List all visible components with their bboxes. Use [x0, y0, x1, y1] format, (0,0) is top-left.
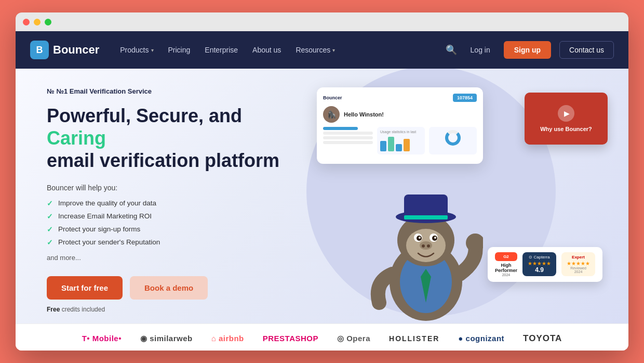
cta-buttons: Start for free Book a demo — [47, 276, 286, 300]
login-button[interactable]: Log in — [465, 43, 495, 57]
dashboard-bars — [380, 136, 422, 151]
g2-badge: G2 High Performer 2024 — [495, 252, 517, 277]
logo-text: Bouncer — [53, 43, 99, 57]
video-title: Why use Bouncer? — [540, 126, 592, 132]
page-content: B Bouncer Products ▾ Pricing Enterprise … — [16, 31, 628, 351]
svg-rect-15 — [404, 195, 448, 218]
logo-icon: B — [30, 41, 49, 59]
svg-point-12 — [422, 244, 425, 248]
nav-item-enterprise[interactable]: Enterprise — [198, 42, 244, 58]
and-more-text: and more... — [47, 254, 286, 262]
dash-nav-item-2 — [323, 136, 373, 139]
capterra-badge: ⊙ Capterra ★★★★★ 4.9 — [522, 252, 556, 276]
expert-stars: ★★★★★ — [567, 261, 590, 266]
hero-badge: №№1 Email Verification Service — [47, 87, 286, 95]
nav-item-products[interactable]: Products ▾ — [114, 42, 159, 58]
hero-section: №№1 Email Verification Service Powerful,… — [16, 69, 628, 351]
title-highlight: Caring — [47, 127, 106, 149]
bar-3 — [396, 144, 402, 151]
bar-2 — [388, 137, 394, 151]
logo-toyota: TOYOTA — [523, 333, 562, 344]
expert-badge: Expert ★★★★★ Reviewed 2024 — [561, 252, 595, 276]
play-button[interactable]: ▶ — [558, 105, 574, 122]
capterra-stars: ★★★★★ — [528, 261, 551, 266]
logos-section: T• Mobile• ◉ similarweb ⌂ airbnb PRESTAS… — [16, 323, 628, 351]
play-icon: ▶ — [564, 109, 570, 118]
free-credits-text: Free credits included — [47, 306, 286, 313]
navbar: B Bouncer Products ▾ Pricing Enterprise … — [16, 31, 628, 69]
chevron-down-icon-2: ▾ — [332, 47, 335, 53]
svg-point-13 — [427, 244, 430, 248]
feature-list: ✓ Improve the quality of your data ✓ Inc… — [47, 199, 286, 247]
book-demo-button[interactable]: Book a demo — [130, 276, 208, 300]
dashboard-donut-chart — [445, 130, 461, 146]
check-icon-3: ✓ — [47, 225, 53, 234]
hero-left: №№1 Email Verification Service Powerful,… — [47, 87, 286, 313]
minimize-button[interactable] — [34, 19, 41, 25]
title-part1: Powerful, Secure, and — [47, 105, 242, 126]
maximize-button[interactable] — [45, 19, 51, 25]
browser-chrome — [16, 12, 628, 31]
logos-row-1: T• Mobile• ◉ similarweb ⌂ airbnb PRESTAS… — [47, 333, 597, 344]
expert-sublabel: Reviewed — [567, 266, 590, 270]
credits-label: credits included — [60, 306, 105, 313]
dashboard-hello: 🦍 Hello Winston! — [323, 106, 477, 123]
badge-text: №1 Email Verification Service — [57, 87, 152, 95]
logo-airbnb: ⌂ airbnb — [211, 334, 244, 343]
dash-nav-item-active — [323, 127, 358, 130]
check-icon-2: ✓ — [47, 212, 53, 221]
nav-actions: 🔍 Log in Sign up Contact us — [446, 41, 614, 59]
free-label: Free — [47, 306, 60, 313]
search-icon[interactable]: 🔍 — [446, 44, 457, 56]
logo-prestashop: PRESTASHOP — [263, 334, 318, 343]
start-free-button[interactable]: Start for free — [47, 276, 123, 300]
bar-4 — [404, 139, 410, 151]
hero-subtitle: Bouncer will help you: — [47, 184, 286, 192]
badges-card: G2 High Performer 2024 ⊙ Capterra ★★★★★ … — [488, 247, 602, 282]
logo-area[interactable]: B Bouncer — [30, 41, 99, 59]
title-part2: email verification platform — [47, 150, 279, 171]
signup-button[interactable]: Sign up — [504, 41, 551, 59]
expert-year: 2024 — [567, 270, 590, 274]
feature-item-1: ✓ Improve the quality of your data — [47, 199, 286, 208]
gorilla-svg — [369, 178, 483, 323]
browser-window: B Bouncer Products ▾ Pricing Enterprise … — [16, 12, 628, 351]
logo-similarweb: ◉ similarweb — [140, 334, 193, 343]
dashboard-header: Bouncer 107854 — [323, 94, 477, 102]
capterra-rating: 4.9 — [528, 266, 551, 274]
bar-1 — [380, 141, 386, 151]
hero-right: Bouncer 107854 🦍 Hello Winston! — [286, 87, 597, 313]
nav-item-resources[interactable]: Resources ▾ — [289, 42, 341, 58]
video-card[interactable]: ▶ Why use Bouncer? — [525, 93, 608, 145]
gorilla-character — [369, 178, 483, 323]
feature-item-4: ✓ Protect your sender's Reputation — [47, 238, 286, 247]
nav-item-about[interactable]: About us — [246, 42, 287, 58]
g2-label: G2 — [495, 252, 517, 261]
contact-button[interactable]: Contact us — [559, 41, 614, 59]
close-button[interactable] — [23, 19, 30, 25]
dashboard-logo: Bouncer — [323, 95, 342, 100]
check-icon-4: ✓ — [47, 238, 53, 247]
logo-cognizant: ● cognizant — [458, 334, 504, 343]
g2-performer: High Performer — [495, 263, 517, 273]
hero-title: Powerful, Secure, and Caring email verif… — [47, 105, 286, 172]
svg-point-9 — [419, 237, 421, 239]
feature-item-3: ✓ Protect your sign-up forms — [47, 225, 286, 234]
svg-point-10 — [434, 237, 436, 239]
badge-no: № — [47, 87, 55, 95]
nav-links: Products ▾ Pricing Enterprise About us R… — [114, 42, 445, 58]
dashboard-panel-donut — [429, 127, 477, 154]
dashboard-stat: 107854 — [453, 94, 477, 102]
svg-point-11 — [420, 241, 432, 250]
g2-year: 2024 — [495, 273, 517, 277]
feature-item-2: ✓ Increase Email Marketing ROI — [47, 212, 286, 221]
dash-nav-item-3 — [323, 141, 373, 144]
dash-nav-item-1 — [323, 132, 373, 135]
dashboard-card: Bouncer 107854 🦍 Hello Winston! — [317, 87, 483, 164]
dashboard-nav — [323, 127, 373, 144]
dashboard-panel-bars: Usage statistics in last — [377, 127, 425, 154]
gorilla-avatar-small: 🦍 — [323, 106, 340, 123]
nav-item-pricing[interactable]: Pricing — [162, 42, 197, 58]
dashboard-hello-text: Hello Winston! — [344, 111, 384, 118]
check-icon-1: ✓ — [47, 199, 53, 208]
